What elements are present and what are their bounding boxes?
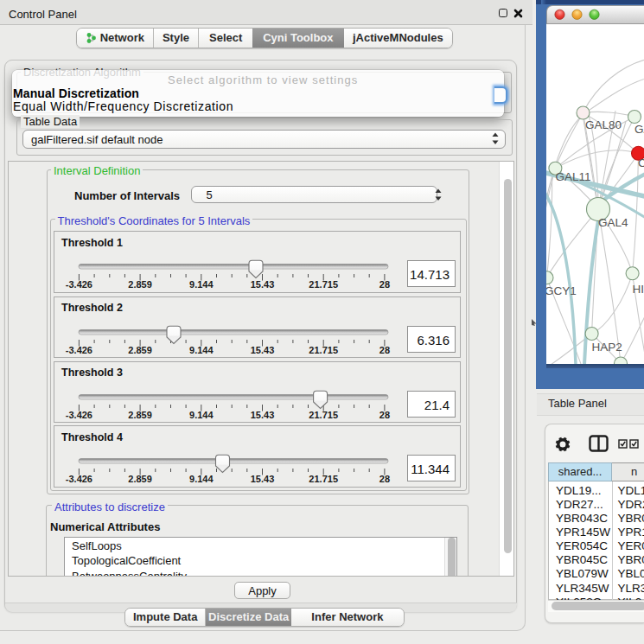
svg-text:15.43: 15.43	[251, 279, 275, 290]
svg-text:21.715: 21.715	[309, 279, 338, 290]
svg-text:GAL11: GAL11	[555, 169, 590, 182]
svg-text:28: 28	[379, 474, 390, 484]
svg-text:GAL4: GAL4	[598, 215, 628, 228]
svg-text:15.43: 15.43	[251, 409, 275, 419]
svg-text:GAL80: GAL80	[585, 118, 622, 131]
svg-text:HIS4: HIS4	[633, 282, 644, 295]
svg-text:2.859: 2.859	[128, 474, 152, 484]
svg-text:CYC: CYC	[638, 156, 644, 169]
svg-text:28: 28	[379, 344, 390, 354]
svg-text:21.715: 21.715	[309, 344, 338, 354]
svg-text:-3.426: -3.426	[66, 474, 92, 484]
svg-text:-3.426: -3.426	[66, 344, 92, 354]
svg-text:2.859: 2.859	[128, 409, 152, 419]
svg-text:GAL7: GAL7	[634, 123, 644, 136]
svg-text:2.859: 2.859	[128, 279, 152, 290]
svg-text:-3.426: -3.426	[66, 279, 92, 290]
svg-text:15.43: 15.43	[251, 474, 275, 484]
svg-text:21.715: 21.715	[309, 409, 338, 419]
svg-text:28: 28	[379, 409, 390, 419]
svg-text:2.859: 2.859	[128, 344, 152, 354]
svg-text:9.144: 9.144	[189, 474, 214, 484]
svg-text:21.715: 21.715	[309, 474, 338, 484]
svg-text:HAP2: HAP2	[592, 340, 622, 353]
svg-text:9.144: 9.144	[189, 409, 214, 419]
svg-text:28: 28	[379, 279, 390, 290]
svg-text:GCY1: GCY1	[546, 284, 577, 297]
svg-text:-3.426: -3.426	[66, 409, 92, 419]
svg-text:9.144: 9.144	[189, 279, 214, 290]
svg-text:9.144: 9.144	[189, 344, 214, 354]
svg-text:15.43: 15.43	[251, 344, 275, 354]
